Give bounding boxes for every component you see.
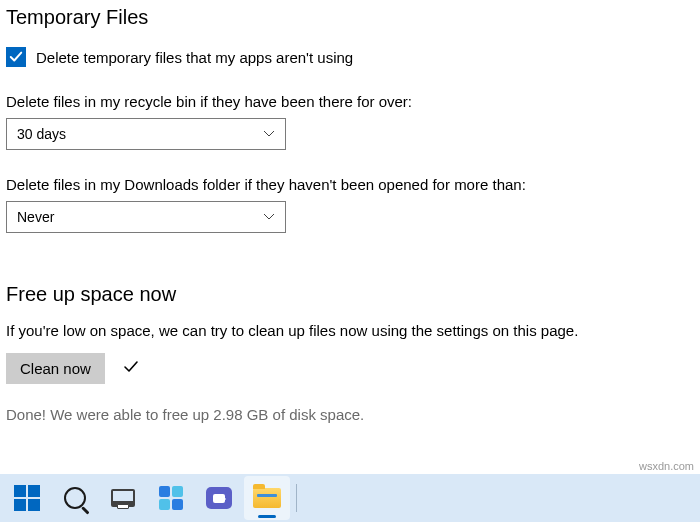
delete-temp-files-option[interactable]: Delete temporary files that my apps aren… <box>6 47 694 67</box>
folder-icon <box>253 488 281 508</box>
file-explorer-button[interactable] <box>244 476 290 520</box>
chevron-down-icon <box>263 126 275 142</box>
delete-temp-files-label: Delete temporary files that my apps aren… <box>36 49 353 66</box>
search-button[interactable] <box>52 476 98 520</box>
widgets-icon <box>159 486 183 510</box>
clean-now-row: Clean now <box>6 353 694 384</box>
recycle-bin-label: Delete files in my recycle bin if they h… <box>6 93 694 110</box>
chat-icon <box>206 487 232 509</box>
taskbar-divider <box>296 484 297 512</box>
task-view-icon <box>111 489 135 507</box>
windows-logo-icon <box>14 485 40 511</box>
downloads-value: Never <box>17 209 54 225</box>
chat-button[interactable] <box>196 476 242 520</box>
clean-now-button[interactable]: Clean now <box>6 353 105 384</box>
free-up-description: If you're low on space, we can try to cl… <box>6 322 694 339</box>
chevron-down-icon <box>263 209 275 225</box>
settings-panel: Temporary Files Delete temporary files t… <box>0 0 700 423</box>
free-up-heading: Free up space now <box>6 283 694 306</box>
downloads-select[interactable]: Never <box>6 201 286 233</box>
search-icon <box>64 487 86 509</box>
widgets-button[interactable] <box>148 476 194 520</box>
recycle-bin-select[interactable]: 30 days <box>6 118 286 150</box>
success-check-icon <box>123 359 139 378</box>
recycle-bin-value: 30 days <box>17 126 66 142</box>
checkmark-icon <box>9 50 23 64</box>
watermark-text: wsxdn.com <box>639 460 694 472</box>
downloads-label: Delete files in my Downloads folder if t… <box>6 176 694 193</box>
cleanup-status-text: Done! We were able to free up 2.98 GB of… <box>6 406 694 423</box>
task-view-button[interactable] <box>100 476 146 520</box>
delete-temp-files-checkbox[interactable] <box>6 47 26 67</box>
taskbar <box>0 474 700 522</box>
start-button[interactable] <box>4 476 50 520</box>
temp-files-heading: Temporary Files <box>6 6 694 29</box>
